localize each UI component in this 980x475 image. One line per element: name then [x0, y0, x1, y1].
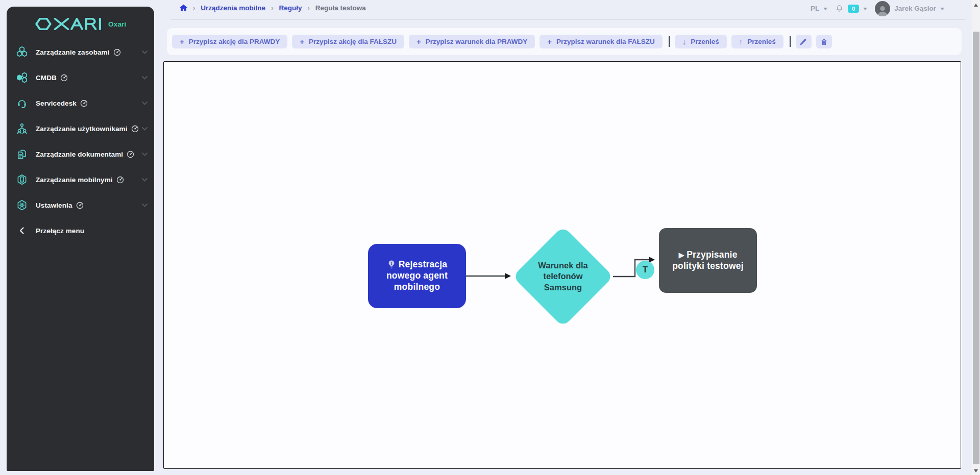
action-node-label-wrap: ▶Przypisanie polityki testowej	[669, 249, 747, 272]
rule-toolbar: + Przypisz akcję dla PRAWDY + Przypisz a…	[167, 28, 962, 55]
home-icon[interactable]	[180, 4, 187, 11]
sidebar-item-zarzadzanie-mobilnymi[interactable]: Zarządzanie mobilnymi	[7, 167, 154, 192]
trigger-node-label-wrap: Rejestracja nowego agent mobilnego	[378, 259, 456, 293]
sidebar-item-servicedesk[interactable]: Servicedesk	[7, 90, 154, 116]
breadcrumb-link-reguly[interactable]: Reguły	[279, 4, 302, 12]
notification-count-badge: 0	[848, 5, 859, 13]
settings-gear-icon	[16, 199, 28, 211]
chevron-left-icon	[16, 224, 28, 237]
assign-action-true-button[interactable]: + Przypisz akcję dla PRAWDY	[172, 35, 287, 48]
move-up-button[interactable]: ↑ Przenieś	[731, 35, 783, 48]
sidebar-item-label: Servicedesk	[36, 99, 77, 107]
vertical-scrollbar	[972, 0, 980, 475]
sidebar-menu: Zarządzanie zasobami	[7, 39, 154, 243]
gauge-badge-icon	[60, 74, 68, 82]
logo-subtext: Oxari	[108, 20, 127, 28]
gauge-badge-icon	[76, 202, 84, 209]
avatar	[875, 1, 890, 16]
scroll-down-arrow-icon[interactable]	[974, 469, 978, 472]
assign-action-false-button[interactable]: + Przypisz akcję dla FAŁSZU	[292, 35, 404, 48]
chevron-down-icon	[142, 76, 148, 80]
breadcrumb-current-page: Reguła testowa	[315, 4, 366, 12]
chevron-down-icon	[142, 204, 148, 207]
oxari-logo-icon	[35, 17, 102, 31]
sidebar-item-label: CMDB	[36, 74, 57, 82]
arrowhead-icon	[505, 273, 511, 279]
condition-node-label: Warunek dla telefonów Samsung	[532, 260, 594, 293]
users-org-icon	[16, 122, 28, 135]
sidebar-item-zarzadzanie-dokumentami[interactable]: Zarządzanie dokumentami	[7, 141, 154, 167]
edit-button[interactable]	[796, 35, 812, 48]
header-controls: PL 0 Jarek Gąsior	[811, 0, 944, 17]
plus-icon: +	[547, 38, 552, 45]
rule-flow-canvas[interactable]: Rejestracja nowego agent mobilnego Warun…	[163, 61, 961, 469]
cmdb-nodes-icon	[16, 71, 28, 84]
plus-icon: +	[300, 38, 304, 45]
sidebar: Oxari Zarządzanie zasobami	[7, 7, 154, 471]
button-label: Przenieś	[691, 38, 719, 45]
breadcrumb: › Urządzenia mobilne › Reguły › Reguła t…	[180, 0, 366, 15]
app-window: Oxari Zarządzanie zasobami	[0, 0, 980, 475]
sidebar-item-zarzadzanie-zasobami[interactable]: Zarządzanie zasobami	[7, 39, 154, 65]
condition-node-label-wrap: Warunek dla telefonów Samsung	[527, 241, 599, 312]
chevron-down-icon	[142, 51, 148, 54]
notifications-dropdown[interactable]: 0	[835, 4, 867, 13]
gauge-badge-icon	[127, 151, 134, 158]
chevron-down-icon	[863, 8, 867, 10]
button-label: Przypisz akcję dla FAŁSZU	[309, 38, 397, 45]
gauge-badge-icon	[116, 176, 124, 184]
button-label: Przypisz warunek dla PRAWDY	[426, 38, 528, 45]
move-down-button[interactable]: ↓ Przenieś	[675, 35, 727, 48]
bell-icon	[835, 4, 844, 13]
assign-condition-false-button[interactable]: + Przypisz warunek dla FAŁSZU	[540, 35, 663, 48]
header-divider	[171, 19, 966, 20]
true-edge-label: T	[636, 261, 654, 279]
trigger-node[interactable]: Rejestracja nowego agent mobilnego	[368, 244, 466, 308]
scroll-up-arrow-icon[interactable]	[974, 4, 978, 7]
arrow-up-icon: ↑	[739, 38, 743, 45]
breadcrumb-link-urzadzenia-mobilne[interactable]: Urządzenia mobilne	[201, 4, 265, 12]
chevron-down-icon	[142, 127, 148, 131]
language-selector[interactable]: PL	[811, 5, 827, 12]
hexagon-cluster-icon	[16, 46, 28, 58]
chevron-down-icon	[142, 153, 148, 156]
gauge-badge-icon	[131, 125, 139, 133]
toolbar-divider	[790, 36, 791, 47]
sidebar-item-label: Zarządzanie mobilnymi	[36, 176, 113, 184]
chevron-down-icon	[823, 8, 827, 10]
sidebar-item-cmdb[interactable]: CMDB	[7, 65, 154, 90]
sidebar-item-zarzadzanie-uzytkownikami[interactable]: Zarządzanie użytkownikami	[7, 116, 154, 141]
chevron-down-icon	[940, 8, 944, 10]
button-label: Przypisz akcję dla PRAWDY	[189, 38, 280, 45]
chevron-down-icon	[142, 102, 148, 105]
breadcrumb-separator: ›	[271, 4, 273, 12]
sidebar-item-label: Ustawienia	[36, 202, 72, 209]
sidebar-item-label: Zarządzanie dokumentami	[36, 151, 123, 158]
breadcrumb-separator: ›	[307, 4, 309, 12]
sidebar-item-ustawienia[interactable]: Ustawienia	[7, 192, 154, 218]
scrollbar-thumb[interactable]	[973, 32, 979, 464]
logo[interactable]: Oxari	[7, 7, 154, 31]
sidebar-item-label: Zarządzanie użytkownikami	[36, 125, 128, 133]
button-label: Przypisz warunek dla FAŁSZU	[556, 38, 655, 45]
sidebar-item-label: Zarządzanie zasobami	[36, 48, 110, 56]
headset-icon	[16, 97, 28, 109]
sidebar-toggle-label: Przełącz menu	[36, 227, 84, 235]
arrow-down-icon: ↓	[682, 38, 687, 45]
delete-button[interactable]	[816, 35, 832, 48]
assign-condition-true-button[interactable]: + Przypisz warunek dla PRAWDY	[409, 35, 535, 48]
button-label: Przenieś	[747, 38, 776, 45]
user-menu[interactable]: Jarek Gąsior	[875, 1, 944, 16]
bulb-alert-icon	[387, 260, 396, 269]
action-node[interactable]: ▶Przypisanie polityki testowej	[659, 228, 757, 293]
toolbar-divider	[669, 36, 670, 47]
mobile-device-icon	[16, 173, 28, 186]
language-label: PL	[811, 5, 819, 12]
condition-node[interactable]: Warunek dla telefonów Samsung	[512, 226, 614, 327]
plus-icon: +	[416, 38, 421, 45]
gauge-badge-icon	[80, 99, 88, 107]
sidebar-toggle-menu[interactable]: Przełącz menu	[7, 218, 154, 243]
documents-icon	[16, 148, 28, 160]
plus-icon: +	[180, 38, 184, 45]
trash-icon	[820, 38, 828, 46]
